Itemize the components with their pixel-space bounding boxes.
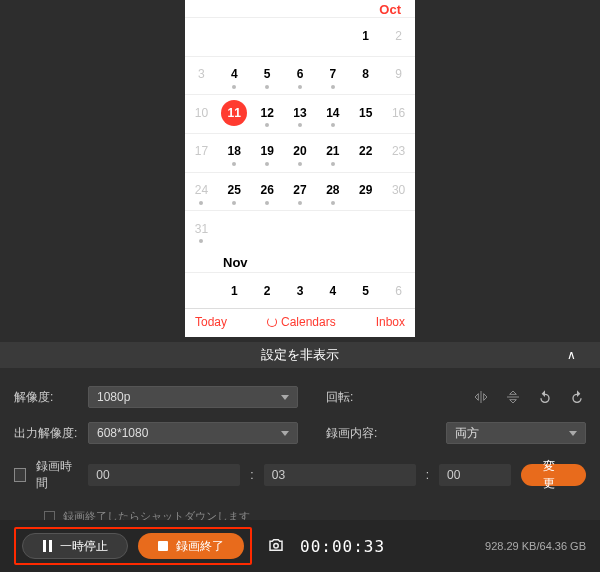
cal-cell — [251, 210, 284, 246]
cal-cell — [218, 210, 251, 246]
cal-cell: 22 — [349, 133, 382, 169]
cal-cell: 4 — [316, 272, 349, 308]
cal-cell: 29 — [349, 172, 382, 208]
file-size-status: 928.29 KB/64.36 GB — [485, 540, 586, 552]
cal-cell: 18 — [218, 133, 251, 169]
collapse-settings-bar[interactable]: 設定を非表示 ∧ — [0, 342, 600, 368]
svg-point-0 — [274, 543, 279, 548]
resolution-label: 解像度: — [14, 389, 78, 406]
chevron-up-icon: ∧ — [567, 348, 576, 362]
calendar-grid: 1 2 3 4 5 6 7 8 9 10 11 12 13 14 15 16 1… — [185, 17, 415, 249]
cal-cell: 5 — [349, 272, 382, 308]
highlighted-controls: 一時停止 録画終了 — [14, 527, 252, 565]
cal-cell: 21 — [316, 133, 349, 169]
cal-cell: 7 — [316, 56, 349, 92]
cal-cell — [185, 17, 218, 53]
cal-cell: 31 — [185, 210, 218, 246]
cal-cell: 6 — [284, 56, 317, 92]
cal-cell: 24 — [185, 172, 218, 208]
rotate-right-icon[interactable] — [568, 389, 586, 405]
output-res-label: 出力解像度: — [14, 425, 78, 442]
rec-time-checkbox[interactable] — [14, 468, 26, 482]
cal-cell — [218, 17, 251, 53]
phone-screen: Oct 1 2 3 4 5 6 7 8 9 10 11 12 13 14 15 — [185, 0, 415, 337]
preview-area: Oct 1 2 3 4 5 6 7 8 9 10 11 12 13 14 15 — [0, 0, 600, 342]
cal-cell: 3 — [284, 272, 317, 308]
cal-cell: 1 — [349, 17, 382, 53]
flip-horizontal-icon[interactable] — [472, 389, 490, 405]
stop-button[interactable]: 録画終了 — [138, 533, 244, 559]
cal-cell: 2 — [251, 272, 284, 308]
cal-cell: 9 — [382, 56, 415, 92]
cal-cell: 10 — [185, 94, 218, 130]
rec-time-hh[interactable] — [88, 464, 240, 486]
change-button[interactable]: 変更 — [521, 464, 586, 486]
cal-cell: 2 — [382, 17, 415, 53]
cal-cell: 4 — [218, 56, 251, 92]
month-label-oct: Oct — [379, 2, 401, 17]
cal-cell: 30 — [382, 172, 415, 208]
cal-cell: 16 — [382, 94, 415, 130]
cal-cell — [349, 210, 382, 246]
screenshot-button[interactable] — [266, 536, 286, 557]
cal-cell: 13 — [284, 94, 317, 130]
cal-cell: 5 — [251, 56, 284, 92]
cal-cell: 26 — [251, 172, 284, 208]
stop-icon — [158, 541, 168, 551]
cal-cell — [316, 17, 349, 53]
cal-cell: 1 — [218, 272, 251, 308]
tab-today[interactable]: Today — [195, 315, 227, 329]
cal-cell: 3 — [185, 56, 218, 92]
pause-icon — [43, 540, 52, 552]
rec-time-label: 録画時間 — [36, 458, 78, 492]
cal-cell: 12 — [251, 94, 284, 130]
pause-button[interactable]: 一時停止 — [22, 533, 128, 559]
recording-timer: 00:00:33 — [300, 537, 385, 556]
cal-cell: 20 — [284, 133, 317, 169]
cal-cell: 19 — [251, 133, 284, 169]
resolution-select[interactable]: 1080p — [88, 386, 298, 408]
cal-cell — [185, 272, 218, 308]
cal-cell — [316, 210, 349, 246]
tab-inbox[interactable]: Inbox — [376, 315, 405, 329]
cal-cell: 8 — [349, 56, 382, 92]
cal-cell: 28 — [316, 172, 349, 208]
cal-cell — [382, 210, 415, 246]
cal-cell — [284, 210, 317, 246]
phone-tabbar: Today Calendars Inbox — [185, 308, 415, 337]
cal-cell: 25 — [218, 172, 251, 208]
rotation-label: 回転: — [326, 389, 366, 406]
rec-content-label: 録画内容: — [326, 425, 386, 442]
rec-content-select[interactable]: 両方 — [446, 422, 586, 444]
flip-vertical-icon[interactable] — [504, 389, 522, 405]
cal-cell: 23 — [382, 133, 415, 169]
cal-cell — [284, 17, 317, 53]
output-res-select[interactable]: 608*1080 — [88, 422, 298, 444]
bottom-control-bar: 一時停止 録画終了 00:00:33 928.29 KB/64.36 GB — [0, 520, 600, 572]
rec-time-mm[interactable] — [264, 464, 416, 486]
cal-cell — [251, 17, 284, 53]
cal-cell: 17 — [185, 133, 218, 169]
rec-time-ss[interactable] — [439, 464, 511, 486]
month-label-nov: Nov — [185, 249, 415, 272]
cal-cell: 6 — [382, 272, 415, 308]
collapse-settings-label: 設定を非表示 — [261, 346, 339, 364]
cal-cell: 27 — [284, 172, 317, 208]
refresh-icon — [267, 317, 277, 327]
tab-calendars[interactable]: Calendars — [267, 315, 336, 329]
cal-cell: 14 — [316, 94, 349, 130]
cal-cell-today: 11 — [218, 94, 251, 130]
rotate-left-icon[interactable] — [536, 389, 554, 405]
cal-cell: 15 — [349, 94, 382, 130]
